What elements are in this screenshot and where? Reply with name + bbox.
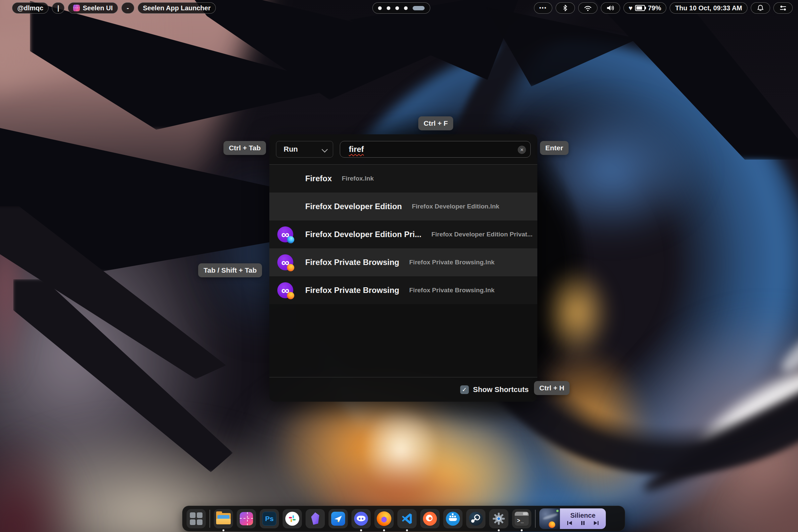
ellipsis-icon: ••• — [539, 5, 547, 11]
firefox-private-icon: ∞ — [277, 282, 293, 298]
firefox-private-icon: ∞ — [277, 254, 293, 270]
workspace-active-indicator[interactable] — [413, 6, 424, 10]
dock-item-file-explorer[interactable] — [214, 509, 233, 528]
workspace-indicator — [373, 2, 430, 14]
seelen-logo-icon — [240, 512, 253, 525]
user-handle-label: @dlmqc — [17, 4, 43, 12]
dash-pill[interactable]: - — [121, 2, 134, 14]
media-controls — [567, 521, 599, 525]
firefox-icon — [277, 171, 293, 187]
result-row-firefox-private-2[interactable]: ∞ Firefox Private Browsing Firefox Priva… — [269, 276, 537, 304]
pause-button[interactable] — [581, 521, 585, 525]
paper-plane-icon — [331, 512, 345, 526]
more-options-button[interactable]: ••• — [534, 2, 552, 14]
running-indicator — [383, 529, 385, 531]
dock-divider — [209, 510, 210, 528]
dock-item-mail[interactable] — [328, 509, 348, 528]
firefox-badge-icon — [549, 521, 555, 528]
workspace-dot[interactable] — [378, 6, 382, 10]
seelen-ui-pill[interactable]: Seelen UI — [68, 2, 118, 14]
launcher-header: Run firef × — [269, 134, 537, 164]
running-indicator — [360, 529, 362, 531]
bell-icon — [756, 4, 765, 12]
separator-pill[interactable]: | — [52, 2, 64, 14]
battery-button[interactable]: ♥ 79% — [624, 2, 667, 14]
toggles-icon — [779, 4, 787, 12]
chevron-down-icon — [322, 146, 327, 152]
firefox-badge-icon — [287, 292, 294, 299]
result-row-firefox[interactable]: Firefox Firefox.lnk — [269, 165, 537, 192]
clear-search-button[interactable]: × — [518, 146, 526, 154]
dock-item-obsidian[interactable] — [306, 509, 325, 528]
workspace-dot[interactable] — [387, 6, 391, 10]
previous-button[interactable] — [567, 521, 572, 525]
show-shortcuts-label: Show Shortcuts — [473, 385, 529, 394]
running-indicator — [498, 529, 500, 531]
dock: Ps — [182, 506, 625, 531]
dock-item-vscode[interactable] — [397, 509, 417, 528]
dock-item-slack[interactable] — [283, 509, 302, 528]
docker-icon — [446, 512, 460, 526]
postman-icon — [423, 512, 437, 526]
dock-item-settings[interactable] — [489, 509, 508, 528]
top-toolbar: @dlmqc | Seelen UI - Seelen App Launcher… — [0, 0, 798, 16]
tooltip-run: Enter — [540, 141, 569, 155]
battery-icon — [635, 5, 645, 11]
clock-button[interactable]: Thu 10 Oct, 09:33 AM — [670, 2, 747, 14]
steam-icon — [469, 512, 483, 526]
app-launcher-dialog: Run firef × Firefox Firefox.lnk Firefox … — [269, 134, 537, 402]
dock-item-discord[interactable] — [352, 509, 371, 528]
bluetooth-button[interactable] — [556, 2, 575, 14]
volume-button[interactable] — [601, 2, 620, 14]
quick-settings-button[interactable] — [773, 2, 793, 14]
app-grid-icon — [190, 512, 203, 525]
firefox-badge-icon — [287, 264, 294, 271]
dock-item-photoshop[interactable]: Ps — [260, 509, 279, 528]
wifi-button[interactable] — [578, 2, 597, 14]
dock-item-postman[interactable] — [420, 509, 440, 528]
dock-item-terminal[interactable]: >_ — [512, 509, 531, 528]
workspace-dot[interactable] — [404, 6, 407, 10]
wifi-icon — [584, 4, 592, 12]
dock-item-app-grid[interactable] — [187, 509, 206, 528]
dock-item-steam[interactable] — [466, 509, 486, 528]
next-button[interactable] — [593, 521, 599, 525]
firefox-icon — [377, 511, 391, 526]
show-shortcuts-checkbox[interactable]: ✓ — [460, 385, 469, 394]
clock-label: Thu 10 Oct, 09:33 AM — [675, 4, 742, 12]
results-list: Firefox Firefox.lnk Firefox Developer Ed… — [269, 165, 537, 304]
media-player-widget[interactable]: Silience — [539, 508, 606, 529]
dock-divider — [535, 510, 536, 528]
battery-percent: 79% — [648, 4, 661, 12]
search-input-value: firef — [349, 145, 364, 154]
app-launcher-title-pill[interactable]: Seelen App Launcher — [138, 2, 216, 14]
result-row-firefox-developer[interactable]: Firefox Developer Edition Firefox Develo… — [269, 192, 537, 221]
running-indicator — [406, 529, 408, 531]
mode-select[interactable]: Run — [276, 141, 333, 158]
firefox-dev-badge-icon — [287, 236, 294, 243]
result-row-firefox-developer-private[interactable]: ∞ Firefox Developer Edition Pri... Firef… — [269, 221, 537, 248]
check-icon: ✓ — [462, 386, 467, 393]
dock-item-seelen-ui[interactable] — [237, 509, 256, 528]
speaker-icon — [606, 4, 615, 12]
workspace-dot[interactable] — [395, 6, 399, 10]
folder-icon — [216, 513, 231, 524]
photoshop-icon: Ps — [262, 512, 276, 526]
search-input[interactable]: firef × — [340, 141, 531, 158]
notifications-button[interactable] — [751, 2, 770, 14]
dock-item-docker[interactable] — [443, 509, 462, 528]
seelen-logo-icon — [73, 5, 80, 11]
dock-item-firefox[interactable] — [374, 509, 394, 528]
workspace-switcher[interactable] — [373, 2, 430, 14]
user-handle-pill[interactable]: @dlmqc — [12, 2, 49, 14]
tooltip-navigate: Tab / Shift + Tab — [198, 263, 262, 277]
media-title: Silience — [570, 512, 595, 519]
launcher-footer: ✓ Show Shortcuts — [269, 377, 537, 402]
media-panel: Silience — [560, 508, 606, 529]
slack-icon — [285, 512, 299, 526]
mode-select-value: Run — [284, 145, 298, 154]
app-launcher-title-label: Seelen App Launcher — [143, 4, 211, 12]
result-row-firefox-private[interactable]: ∞ Firefox Private Browsing Firefox Priva… — [269, 248, 537, 276]
toolbar-left-group: @dlmqc | Seelen UI - Seelen App Launcher — [12, 2, 216, 14]
gear-icon — [492, 512, 506, 525]
